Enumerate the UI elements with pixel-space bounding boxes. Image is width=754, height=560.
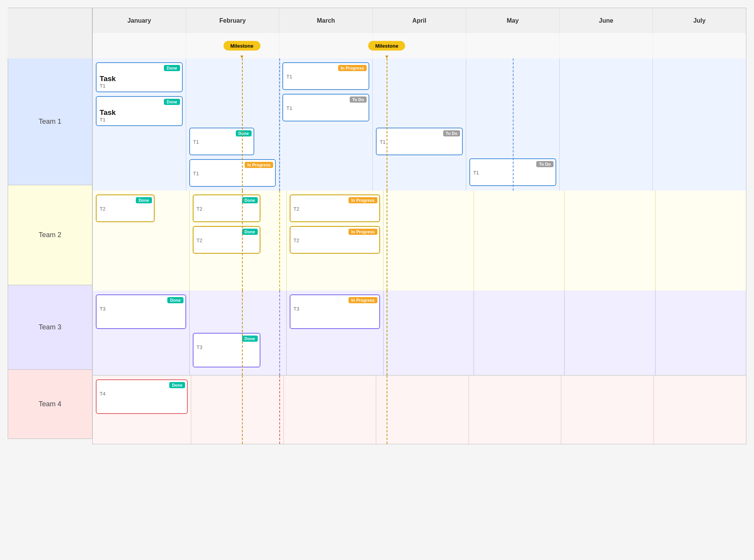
t3-mar: In Progress T3 — [287, 291, 384, 375]
t2-apr — [384, 191, 474, 291]
s-3-0: Done — [167, 297, 183, 303]
team-labels-column: Team 1 Team 2 Team 3 Team 4 — [8, 8, 92, 444]
ms-jul — [653, 33, 746, 58]
tl-2-1: T2 — [197, 206, 257, 212]
task-2-2[interactable]: Done T2 — [193, 226, 260, 254]
s-2-4: In Progress — [349, 229, 377, 235]
t1-mar: In Progress T1 To Do T1 — [279, 58, 373, 191]
t3-feb: Done T3 — [190, 291, 287, 375]
t2-may — [474, 191, 565, 291]
task-1-1[interactable]: Done Task T1 — [96, 96, 183, 126]
s-1-2: Done — [236, 130, 252, 136]
mh-mar: March — [279, 8, 373, 33]
task-2-4[interactable]: In Progress T2 — [290, 226, 380, 254]
t3-jun — [565, 291, 656, 375]
ms-may — [466, 33, 560, 58]
mh-jun: June — [560, 8, 653, 33]
task-1-7[interactable]: To Do T1 — [469, 158, 556, 186]
team4-label: Team 4 — [8, 370, 92, 439]
t3-apr — [384, 291, 474, 375]
task-3-0[interactable]: Done T3 — [96, 294, 186, 329]
tl-3-1: T3 — [197, 344, 257, 350]
task-2-0[interactable]: Done T2 — [96, 194, 155, 222]
tl-1-4: T1 — [286, 74, 365, 80]
t2-jun — [565, 191, 656, 291]
t2-feb: Done T2 Done T2 — [190, 191, 287, 291]
mh-jan: January — [93, 8, 186, 33]
tl-1-5: T1 — [286, 105, 365, 111]
milestone-badge-2[interactable]: Milestone — [368, 41, 405, 51]
ms-feb: Milestone ▼ — [186, 33, 280, 58]
s-1-4: In Progress — [338, 65, 367, 71]
team3-label: Team 3 — [8, 285, 92, 370]
task-3-2[interactable]: In Progress T3 — [290, 294, 380, 329]
task-1-5[interactable]: To Do T1 — [282, 94, 369, 121]
team2-label: Team 2 — [8, 185, 92, 285]
milestone-badge-1[interactable]: Milestone — [224, 41, 260, 51]
team2-name-text: Team 2 — [38, 231, 61, 239]
t3-row: Done T3 Done T3 In Progress T3 — [92, 291, 746, 375]
tl-3-0: T3 — [100, 306, 182, 312]
ms1-arrow: ▼ — [239, 54, 244, 60]
t4-mar — [284, 376, 376, 444]
t1-apr: To Do T1 — [373, 58, 466, 191]
gantt-full: Team 1 Team 2 Team 3 Team 4 January Febr… — [8, 8, 746, 444]
team1-label: Team 1 — [8, 58, 92, 185]
s-3-2: In Progress — [349, 297, 377, 303]
team1-name-text: Team 1 — [38, 118, 61, 126]
chart-column: January February March April May June Ju… — [92, 8, 746, 444]
mh-jul: July — [653, 8, 746, 33]
t4-may — [469, 376, 561, 444]
tl-1-3: T1 — [193, 171, 272, 176]
s-1-5: To Do — [350, 96, 367, 103]
ms-jan — [93, 33, 186, 58]
s-1-0: Done — [164, 65, 180, 71]
tl-3-2: T3 — [294, 306, 376, 312]
task-1-2[interactable]: Done T1 — [189, 128, 254, 155]
milestone-row-2: Milestone ▼ Milestone ▼ — [92, 33, 746, 58]
s-2-0: Done — [136, 197, 152, 203]
task-2-1[interactable]: Done T2 — [193, 194, 260, 222]
t1-jul — [653, 58, 746, 191]
s-2-2: Done — [242, 229, 258, 235]
s-1-6: To Do — [443, 130, 460, 136]
team3-name-text: Team 3 — [38, 323, 61, 331]
tl-2-2: T2 — [197, 238, 257, 243]
tl-1-6: T1 — [380, 139, 459, 145]
t4-jun — [561, 376, 654, 444]
s-2-3: In Progress — [349, 197, 377, 203]
t3-may — [474, 291, 565, 375]
tl-1-2: T1 — [193, 139, 250, 145]
t1-may: To Do T1 — [466, 58, 560, 191]
s-1-3: In Progress — [245, 162, 274, 168]
task-4-0[interactable]: Done T4 — [96, 379, 188, 414]
tl-1-7: T1 — [473, 170, 552, 176]
task-2-3[interactable]: In Progress T2 — [290, 194, 380, 222]
ms-mar — [279, 33, 373, 58]
tl-1-0: T1 — [100, 83, 179, 89]
task-1-6[interactable]: To Do T1 — [376, 128, 463, 155]
task-1-3[interactable]: In Progress T1 — [189, 159, 276, 187]
t2-jan: Done T2 — [93, 191, 190, 291]
s-4-0: Done — [169, 382, 185, 388]
t4-jul — [654, 376, 746, 444]
s-1-1: Done — [164, 99, 180, 105]
t1-jan: Done Task T1 Done Task T1 — [93, 58, 186, 191]
task-1-0[interactable]: Done Task T1 — [96, 62, 183, 92]
month-headers-2: January February March April May June Ju… — [92, 8, 746, 33]
s-2-1: Done — [242, 197, 258, 203]
ms-apr: Milestone ▼ — [373, 33, 466, 58]
s-1-7: To Do — [536, 161, 553, 167]
t3-jul — [656, 291, 746, 375]
t3-jan: Done T3 — [93, 291, 190, 375]
t1-feb: Done T1 In Progress T1 — [186, 58, 280, 191]
t2-mar: In Progress T2 In Progress T2 — [287, 191, 384, 291]
t1-row: Done Task T1 Done Task T1 Done T1 In Pro… — [92, 58, 746, 191]
tt-1-0: Task — [100, 75, 179, 83]
t2-row: Done T2 Done T2 Done T2 In Progress — [92, 191, 746, 291]
task-3-1[interactable]: Done T3 — [193, 333, 260, 367]
task-1-4[interactable]: In Progress T1 — [282, 62, 369, 90]
tl-2-3: T2 — [294, 206, 376, 212]
tl-2-4: T2 — [294, 238, 376, 243]
t4-row: Done T4 — [92, 375, 746, 444]
